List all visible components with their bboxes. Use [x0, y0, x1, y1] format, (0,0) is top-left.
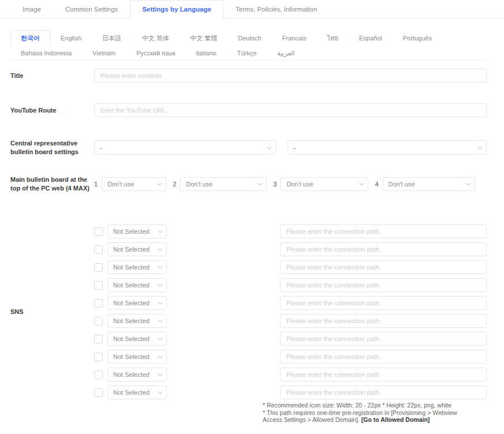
- sns-checkbox[interactable]: [94, 299, 103, 308]
- sns-row: Not Selected: [94, 242, 487, 256]
- top-tab[interactable]: Image: [10, 0, 53, 18]
- language-tab[interactable]: Vietnam: [82, 45, 126, 60]
- sns-type-select[interactable]: Not Selected: [107, 332, 167, 346]
- language-tab[interactable]: 日本語: [92, 30, 132, 45]
- sns-type-select[interactable]: Not Selected: [107, 278, 167, 292]
- settings-form: Title YouTube Route Central representati…: [0, 69, 504, 424]
- sns-path-input[interactable]: [280, 368, 487, 381]
- sns-checkbox[interactable]: [94, 317, 103, 326]
- main-board-slots: 1 Don't use 2 Don't use 3 Don't use 4 Do…: [94, 177, 487, 191]
- top-tab-bar: Image Common Settings Settings by Langua…: [0, 0, 504, 18]
- language-tab[interactable]: Francais: [272, 30, 317, 45]
- sns-type-select[interactable]: Not Selected: [107, 386, 167, 399]
- slot-number: 4: [375, 181, 378, 188]
- central-board-select-1[interactable]: -: [94, 140, 276, 155]
- sns-row: Not Selected: [94, 368, 487, 381]
- top-tab-label: Common Settings: [65, 6, 118, 13]
- footnote-preregistration: * This path requires one-time pre-regist…: [263, 409, 469, 424]
- main-board-select[interactable]: Don't use: [281, 177, 368, 191]
- youtube-url-input[interactable]: [94, 103, 487, 117]
- main-board-select[interactable]: Don't use: [180, 177, 267, 191]
- chevron-down-icon: [158, 354, 162, 358]
- sns-path-input[interactable]: [280, 386, 487, 399]
- sns-checkbox[interactable]: [94, 335, 103, 343]
- sns-path-input[interactable]: [280, 296, 487, 310]
- sns-path-input[interactable]: [280, 350, 487, 364]
- language-tab[interactable]: Deutsch: [227, 30, 271, 45]
- chevron-down-icon: [158, 372, 162, 376]
- main-board-select[interactable]: Don't use: [102, 177, 166, 191]
- footnotes: * Recommended icon size: Width: 20 - 22p…: [263, 402, 469, 423]
- title-label: Title: [10, 72, 94, 80]
- sns-type-select[interactable]: Not Selected: [107, 260, 167, 274]
- sns-path-input[interactable]: [280, 314, 487, 328]
- language-tab[interactable]: Bahasa Indonesia: [10, 45, 82, 60]
- main-board-select[interactable]: Don't use: [383, 177, 475, 191]
- language-tab-label: 中文 繁體: [190, 35, 217, 42]
- chevron-down-icon: [257, 181, 262, 185]
- top-tab-label: Terms, Policies, Information: [236, 6, 317, 13]
- slot-number: 1: [94, 181, 98, 188]
- select-value: Not Selected: [113, 282, 150, 289]
- sns-checkbox[interactable]: [94, 353, 103, 361]
- sns-checkbox[interactable]: [94, 388, 103, 397]
- language-tab-label: Francais: [282, 35, 307, 42]
- top-tab-label: Image: [23, 6, 41, 13]
- main-board-label: Main bulletin board at the top of the PC…: [10, 175, 94, 193]
- go-to-allowed-domain-link[interactable]: [Go to Allowed Domain]: [361, 416, 430, 423]
- sns-row: Not Selected: [94, 350, 487, 364]
- chevron-down-icon: [158, 300, 162, 305]
- language-tab[interactable]: Русский язык: [126, 45, 186, 60]
- sns-type-select[interactable]: Not Selected: [107, 242, 167, 256]
- language-tab[interactable]: 한국어: [10, 30, 50, 46]
- top-tab[interactable]: Common Settings: [53, 0, 130, 18]
- title-input[interactable]: [94, 69, 487, 83]
- language-tab-label: Português: [403, 35, 432, 42]
- sns-type-select[interactable]: Not Selected: [107, 314, 167, 328]
- language-tab[interactable]: Türkçe: [227, 45, 267, 60]
- sns-row: Not Selected: [94, 314, 487, 328]
- language-tab-label: Deutsch: [238, 35, 261, 42]
- central-board-row: Central representative bulletin board se…: [10, 139, 487, 156]
- sns-type-select[interactable]: Not Selected: [107, 225, 167, 238]
- select-value: Not Selected: [113, 335, 150, 342]
- sns-checkbox[interactable]: [94, 281, 103, 290]
- sns-row: Not Selected: [94, 332, 487, 346]
- chevron-down-icon: [360, 181, 364, 185]
- chevron-down-icon: [158, 318, 162, 323]
- language-tab-label: italiano: [196, 50, 216, 57]
- sns-row: Not Selected: [94, 225, 487, 238]
- sns-checkbox[interactable]: [94, 371, 103, 379]
- language-tab[interactable]: ไทย: [317, 30, 349, 45]
- language-tab[interactable]: العربية: [267, 45, 305, 60]
- language-tab[interactable]: Español: [349, 30, 393, 45]
- sns-path-input[interactable]: [280, 242, 487, 256]
- language-tab[interactable]: English: [50, 30, 92, 45]
- language-tab-label: ไทย: [327, 35, 338, 42]
- title-row: Title: [10, 69, 487, 83]
- language-tab-bar: 한국어 English 日本語 中文 简体 中文 繁體 Deutsch Fran…: [10, 30, 487, 61]
- sns-type-select[interactable]: Not Selected: [107, 296, 167, 310]
- sns-checkbox[interactable]: [94, 245, 103, 254]
- sns-row: Not Selected: [94, 386, 487, 399]
- sns-label: SNS: [10, 308, 94, 316]
- central-board-select-2[interactable]: -: [288, 140, 487, 155]
- select-value: -: [293, 144, 296, 151]
- sns-checkbox[interactable]: [94, 263, 103, 272]
- sns-path-input[interactable]: [280, 332, 487, 346]
- language-tab[interactable]: italiano: [186, 45, 227, 60]
- sns-path-input[interactable]: [280, 278, 487, 292]
- language-tab[interactable]: 中文 繁體: [180, 30, 227, 45]
- sns-checkbox[interactable]: [94, 227, 103, 236]
- sns-path-input[interactable]: [280, 260, 487, 274]
- language-tab[interactable]: Português: [393, 30, 442, 45]
- language-tab[interactable]: 中文 简体: [132, 30, 180, 45]
- main-board-slot: 2 Don't use: [173, 177, 267, 191]
- top-tab[interactable]: Settings by Language: [130, 0, 223, 18]
- top-tab[interactable]: Terms, Policies, Information: [223, 0, 329, 18]
- sns-type-select[interactable]: Not Selected: [107, 350, 167, 364]
- sns-type-select[interactable]: Not Selected: [107, 368, 167, 381]
- youtube-route-row: YouTube Route: [10, 103, 487, 117]
- sns-path-input[interactable]: [280, 225, 487, 238]
- select-value: Don't use: [389, 181, 415, 188]
